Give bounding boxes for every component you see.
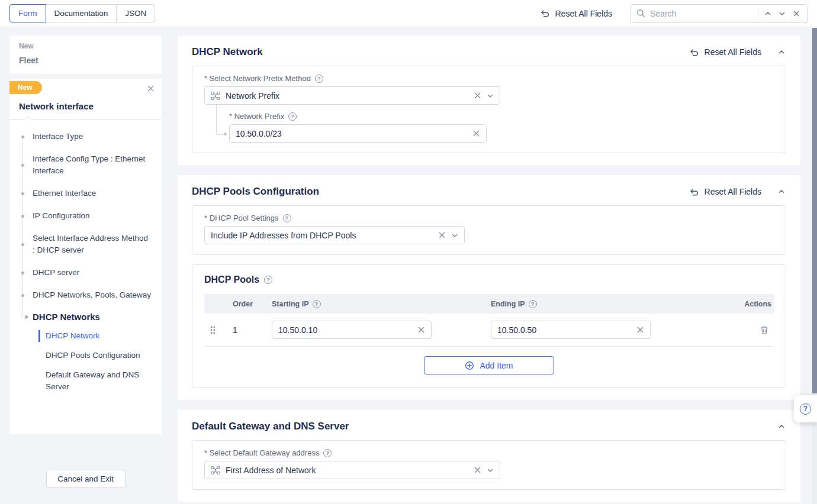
select-default-gateway-address[interactable]: First Address of Network	[204, 461, 500, 479]
panel-divider	[9, 119, 162, 120]
step-interface-config-type[interactable]: Interface Config Type : Ethernet Interfa…	[9, 153, 162, 177]
step-select-interface-address-method[interactable]: Select Interface Address Method : DHCP s…	[9, 232, 162, 256]
network-topology-icon	[211, 91, 220, 101]
search-icon	[636, 9, 645, 18]
ending-ip-input[interactable]	[497, 325, 632, 335]
step-group-dhcp-networks[interactable]: DHCP Networks	[9, 312, 162, 322]
help-icon[interactable]: ?	[264, 276, 272, 284]
group-label: DHCP Networks	[33, 312, 100, 322]
scrollbar-thumb[interactable]	[812, 28, 817, 393]
col-ending-ip: Ending IP	[491, 300, 525, 308]
step-ethernet-interface[interactable]: Ethernet Interface	[9, 188, 162, 199]
field-label-prefix-method: * Select Network Prefix Method	[204, 74, 311, 83]
delete-row-trash-icon[interactable]	[758, 324, 770, 336]
clear-icon[interactable]	[474, 466, 481, 474]
pools-table-header: Order Starting IP ? Ending IP ? Actions	[204, 294, 774, 314]
undo-icon	[689, 188, 699, 196]
reset-all-label: Reset All Fields	[555, 9, 612, 18]
search-input[interactable]	[650, 9, 753, 18]
context-kicker: New	[19, 42, 152, 50]
step-dhcp-server[interactable]: DHCP server	[9, 267, 162, 279]
search-box	[630, 4, 808, 23]
clear-icon[interactable]	[438, 231, 446, 239]
collapse-chevron-icon[interactable]	[777, 187, 786, 196]
help-icon[interactable]: ?	[313, 300, 321, 308]
panel-title: Network interface	[19, 101, 152, 111]
help-button[interactable]: ?	[794, 395, 817, 422]
help-icon[interactable]: ?	[529, 300, 537, 308]
search-close-icon[interactable]	[792, 9, 801, 18]
section-title-dhcp-pools-configuration: DHCP Pools Configuration	[192, 186, 319, 198]
section-reset-fields-button[interactable]: Reset All Fields	[689, 47, 761, 57]
substep-dhcp-pools-configuration[interactable]: DHCP Pools Configuration	[38, 350, 152, 361]
select-network-prefix-method[interactable]: Network Prefix	[204, 86, 500, 105]
main-content: DHCP Network Reset All Fields * Select	[178, 35, 800, 504]
step-ip-configuration[interactable]: IP Configuration	[9, 210, 162, 222]
field-label-default-gateway: * Select Default Gateway address	[204, 448, 319, 457]
search-prev-icon[interactable]	[763, 9, 773, 18]
help-icon: ?	[800, 403, 811, 415]
field-label-network-prefix: * Network Prefix	[229, 112, 284, 121]
plus-circle-icon	[465, 361, 474, 370]
step-interface-type[interactable]: Interface Type	[9, 131, 162, 143]
col-actions: Actions	[732, 300, 774, 308]
clear-icon[interactable]	[472, 130, 480, 137]
step-dhcp-networks-pools-gateway[interactable]: DHCP Networks, Pools, Gateway	[9, 289, 162, 301]
context-card: New Fleet	[9, 35, 162, 74]
collapse-chevron-icon[interactable]	[777, 47, 786, 57]
clear-icon[interactable]	[636, 326, 644, 334]
branch-arrow-icon	[25, 315, 28, 319]
network-prefix-input-wrap	[229, 124, 487, 143]
step-list: Interface Type Interface Config Type : E…	[9, 131, 162, 301]
undo-icon	[540, 9, 550, 18]
chevron-down-icon[interactable]	[487, 92, 494, 99]
select-dhcp-pool-settings[interactable]: Include IP Addresses from DHCP Pools	[204, 226, 465, 244]
help-icon[interactable]: ?	[288, 112, 297, 121]
network-prefix-input[interactable]	[236, 129, 468, 138]
cancel-and-exit-button[interactable]: Cancel and Exit	[46, 470, 126, 488]
pool-settings-fieldbox: * DHCP Pool Settings ? Include IP Addres…	[192, 205, 786, 255]
section-reset-fields-button[interactable]: Reset All Fields	[689, 187, 761, 196]
ending-ip-input-wrap	[491, 321, 651, 339]
nested-network-prefix-field: * Network Prefix ?	[229, 112, 774, 143]
pools-title: DHCP Pools	[204, 274, 259, 285]
help-icon[interactable]: ?	[315, 75, 323, 83]
dhcp-pools-box: DHCP Pools ? Order Starting IP ? Ending …	[192, 264, 786, 388]
scrollbar-track[interactable]	[812, 28, 817, 504]
search-next-icon[interactable]	[777, 9, 787, 18]
panel-close-icon[interactable]	[147, 85, 155, 92]
drag-handle-icon[interactable]	[204, 325, 220, 335]
section-dhcp-pools-configuration: DHCP Pools Configuration Reset All Field…	[178, 175, 800, 400]
pools-table-row: 1	[204, 314, 774, 347]
tab-form[interactable]: Form	[9, 4, 46, 22]
chevron-down-icon[interactable]	[451, 232, 458, 239]
substep-dhcp-network[interactable]: DHCP Network	[38, 330, 152, 342]
tab-json[interactable]: JSON	[116, 4, 155, 22]
tab-documentation[interactable]: Documentation	[46, 4, 117, 22]
starting-ip-input[interactable]	[278, 325, 413, 335]
clear-icon[interactable]	[417, 326, 425, 334]
view-tab-group: Form Documentation JSON	[9, 4, 155, 22]
chevron-down-icon[interactable]	[487, 467, 494, 474]
collapse-chevron-icon[interactable]	[777, 422, 786, 431]
clear-icon[interactable]	[474, 92, 481, 99]
search-divider	[758, 9, 758, 18]
section-reset-label: Reset All Fields	[705, 187, 761, 196]
add-item-button[interactable]: Add Item	[424, 356, 554, 374]
dhcp-network-fieldbox: * Select Network Prefix Method ? Network…	[192, 66, 786, 153]
add-item-label: Add Item	[480, 361, 513, 370]
row-order: 1	[233, 325, 272, 335]
context-title-fleet[interactable]: Fleet	[19, 56, 152, 65]
section-reset-label: Reset All Fields	[705, 47, 761, 57]
substep-default-gateway-dns[interactable]: Default Gateway and DNS Server	[38, 369, 152, 393]
help-icon[interactable]: ?	[283, 214, 291, 222]
sidebar: New Fleet New Network interface Interfac…	[9, 27, 162, 504]
form-nav-panel: New Network interface Interface Type Int…	[9, 79, 162, 434]
section-title-dhcp-network: DHCP Network	[192, 46, 263, 58]
help-icon[interactable]: ?	[323, 449, 332, 457]
sub-step-list: DHCP Network DHCP Pools Configuration De…	[38, 330, 152, 393]
reset-all-fields-button[interactable]: Reset All Fields	[540, 9, 612, 18]
status-badge-new: New	[9, 81, 42, 94]
section-title-default-gateway: Default Gateway and DNS Server	[192, 421, 349, 432]
select-value: First Address of Network	[226, 466, 468, 475]
